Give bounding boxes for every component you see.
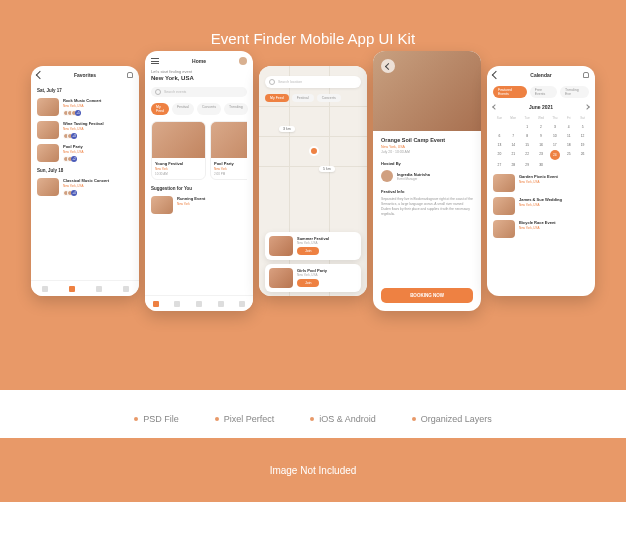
calendar-day[interactable]: 3: [548, 123, 561, 131]
favorite-item[interactable]: Wine Tasting Festival New York, USA +3: [37, 121, 133, 139]
calendar-event-item[interactable]: Bicycle Race Event New York, USA: [493, 220, 589, 238]
calendar-icon[interactable]: [196, 301, 202, 307]
hero-section: Event Finder Mobile App UI Kit Favorites…: [0, 0, 626, 390]
calendar-day[interactable]: 25: [562, 150, 575, 160]
back-icon[interactable]: [492, 71, 500, 79]
calendar-day[interactable]: 21: [507, 150, 520, 160]
attendee-avatars: +4: [63, 190, 133, 196]
chip-trending[interactable]: Trending Eve: [560, 86, 589, 98]
event-thumbnail: [493, 220, 515, 238]
calendar-day[interactable]: 27: [493, 161, 506, 169]
heart-icon[interactable]: [174, 301, 180, 307]
showcase-title: Event Finder Mobile App UI Kit: [0, 0, 626, 47]
event-title: Wine Tasting Festival: [63, 121, 133, 126]
join-button[interactable]: Join: [297, 247, 319, 255]
calendar-day[interactable]: 12: [576, 132, 589, 140]
map-event-card[interactable]: Girls Pool Party New York, USA Join: [265, 264, 361, 292]
calendar-day[interactable]: 4: [562, 123, 575, 131]
event-thumbnail: [37, 121, 59, 139]
chip-concerts[interactable]: Concerts: [317, 94, 341, 102]
calendar-day[interactable]: 15: [521, 141, 534, 149]
calendar-day[interactable]: 29: [521, 161, 534, 169]
event-thumbnail: [37, 144, 59, 162]
hamburger-icon[interactable]: [151, 58, 159, 64]
map-icon[interactable]: [218, 301, 224, 307]
calendar-dow: Sun: [493, 114, 506, 122]
next-month-icon[interactable]: [584, 104, 590, 110]
favorite-item[interactable]: Classical Music Concert New York, USA +4: [37, 178, 133, 196]
home-icon[interactable]: [42, 286, 48, 292]
search-input[interactable]: Search events: [151, 87, 247, 97]
calendar-day[interactable]: 28: [507, 161, 520, 169]
chip-trending[interactable]: Trending: [224, 103, 248, 115]
map-event-card[interactable]: Summer Festival New York, USA Join: [265, 232, 361, 260]
event-location: New York, USA: [519, 226, 589, 230]
chip-free[interactable]: Free Events: [530, 86, 557, 98]
back-button[interactable]: [381, 59, 395, 73]
calendar-day[interactable]: 23: [535, 150, 548, 160]
bell-icon[interactable]: [583, 72, 589, 78]
chip-my-feed[interactable]: My Feed: [151, 103, 169, 115]
event-hero-image: [373, 51, 481, 131]
event-title: Young Festival: [155, 161, 202, 166]
event-card[interactable]: Pool Party New York 2:00 PM: [210, 121, 247, 180]
date-separator: Sun, July 18: [37, 168, 133, 173]
bell-icon[interactable]: [127, 72, 133, 78]
feature-item: PSD File: [134, 414, 179, 424]
calendar-day[interactable]: 17: [548, 141, 561, 149]
bullet-icon: [134, 417, 138, 421]
event-title: Running Event: [177, 196, 247, 201]
favorite-item[interactable]: Pool Party New York, USA +2: [37, 144, 133, 162]
join-button[interactable]: Join: [297, 279, 319, 287]
chip-festival[interactable]: Festival: [292, 94, 314, 102]
chip-concerts[interactable]: Concerts: [197, 103, 221, 115]
event-title: Classical Music Concert: [63, 178, 133, 183]
event-card[interactable]: Young Festival New York 10:30 AM: [151, 121, 206, 180]
profile-icon[interactable]: [123, 286, 129, 292]
back-icon[interactable]: [36, 71, 44, 79]
chip-featured[interactable]: Featured Events: [493, 86, 527, 98]
calendar-day[interactable]: 20: [493, 150, 506, 160]
home-icon[interactable]: [153, 301, 159, 307]
calendar-day[interactable]: 26: [576, 150, 589, 160]
calendar-event-item[interactable]: Garden Picnic Event New York, USA: [493, 174, 589, 192]
calendar-day[interactable]: 1: [521, 123, 534, 131]
calendar-icon[interactable]: [96, 286, 102, 292]
calendar-day[interactable]: 18: [562, 141, 575, 149]
calendar-day[interactable]: 11: [562, 132, 575, 140]
calendar-day[interactable]: 14: [507, 141, 520, 149]
heart-icon[interactable]: [69, 286, 75, 292]
chip-my-feed[interactable]: My Feed: [265, 94, 289, 102]
booking-button[interactable]: BOOKING NOW: [381, 288, 473, 303]
chip-festival[interactable]: Festival: [172, 103, 194, 115]
calendar-day[interactable]: 9: [535, 132, 548, 140]
calendar-day[interactable]: 5: [576, 123, 589, 131]
calendar-day[interactable]: 16: [535, 141, 548, 149]
feature-label: PSD File: [143, 414, 179, 424]
calendar-day[interactable]: 6: [493, 132, 506, 140]
map-search-input[interactable]: Search location: [265, 76, 361, 88]
calendar-day[interactable]: 10: [548, 132, 561, 140]
profile-icon[interactable]: [239, 301, 245, 307]
section-heading: Suggestion for You: [151, 186, 247, 191]
calendar-day[interactable]: 13: [493, 141, 506, 149]
host-row[interactable]: Ingredia Nutrisha Event Manager: [381, 170, 473, 182]
calendar-day[interactable]: 2: [535, 123, 548, 131]
calendar-day[interactable]: 30: [535, 161, 548, 169]
suggestion-item[interactable]: Running Event New York: [151, 196, 247, 214]
location-heading: New York, USA: [151, 75, 247, 81]
avatar[interactable]: [239, 57, 247, 65]
calendar-day[interactable]: 24: [550, 150, 560, 160]
calendar-day[interactable]: 19: [576, 141, 589, 149]
favorite-item[interactable]: Rock Music Concert New York, USA +5: [37, 98, 133, 116]
prev-month-icon[interactable]: [492, 104, 498, 110]
event-title: Pool Party: [63, 144, 133, 149]
calendar-day[interactable]: 7: [507, 132, 520, 140]
calendar-event-item[interactable]: James & Sue Wedding New York, USA: [493, 197, 589, 215]
calendar-day[interactable]: 22: [521, 150, 534, 160]
location-pin-icon[interactable]: [309, 146, 319, 156]
page-title: Favorites: [74, 72, 96, 78]
feature-label: Organized Layers: [421, 414, 492, 424]
calendar-day[interactable]: 8: [521, 132, 534, 140]
map-background[interactable]: Search location My Feed Festival Concert…: [259, 66, 367, 296]
